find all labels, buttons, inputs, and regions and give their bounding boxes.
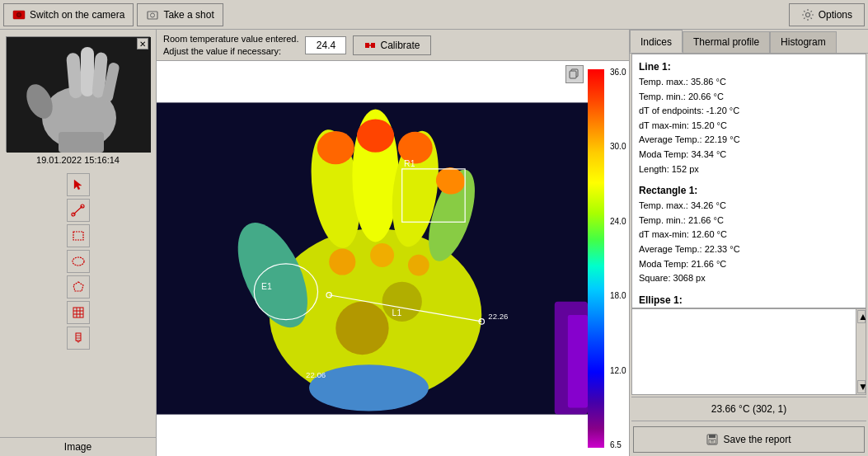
arrow-icon: [71, 177, 86, 192]
calibrate-icon: [364, 39, 377, 52]
tool-row-3: [67, 224, 90, 247]
color-scale: 36.0 30.0 24.0 18.0 12.0 6.5: [588, 61, 629, 456]
preview-image: [7, 37, 151, 153]
svg-point-43: [370, 243, 394, 267]
svg-rect-17: [73, 232, 83, 240]
calibration-bar: Room temperature value entered. Adjust t…: [157, 30, 629, 61]
gear-icon: [801, 8, 814, 21]
rect1-section: Rectangle 1: Temp. max.: 34.26 °C Temp. …: [639, 185, 859, 286]
svg-point-18: [73, 257, 84, 266]
preview-close-button[interactable]: ✕: [137, 38, 148, 49]
brush-tool[interactable]: [67, 327, 90, 350]
rect-tool[interactable]: [67, 224, 90, 247]
copy-icon[interactable]: [565, 65, 584, 83]
polygon-tool[interactable]: [67, 275, 90, 299]
ellipse1-title: Ellipse 1:: [639, 294, 859, 306]
svg-text:R1: R1: [404, 159, 415, 168]
ellipse-tool[interactable]: [67, 250, 90, 273]
rect-icon: [71, 228, 86, 243]
calibration-text: Room temperature value entered. Adjust t…: [163, 33, 298, 57]
svg-rect-13: [59, 132, 104, 153]
right-panel: Indices Thermal profile Histogram Line 1…: [629, 30, 868, 456]
svg-rect-3: [148, 12, 157, 19]
svg-rect-61: [570, 71, 576, 78]
line-tool[interactable]: [67, 199, 90, 222]
options-button[interactable]: Options: [789, 3, 865, 26]
toolbar: Switch on the camera Take a shot Options: [0, 0, 868, 30]
svg-point-4: [151, 13, 155, 17]
color-bar: [588, 69, 604, 448]
line1-temp-min: Temp. min.: 20.66 °C: [639, 90, 859, 105]
scroll-down[interactable]: ▼: [857, 380, 866, 393]
arrow-tool[interactable]: [67, 173, 90, 196]
tool-row-2: [67, 199, 90, 222]
rect1-title: Rectangle 1:: [639, 185, 859, 196]
line1-dt-endpoints: dT of endpoints: -1.20 °C: [639, 104, 859, 119]
svg-rect-24: [73, 308, 83, 317]
svg-text:22.06: 22.06: [306, 370, 326, 379]
polygon-icon: [71, 280, 86, 294]
timestamp: 19.01.2022 15:16:14: [0, 155, 156, 165]
scale-label-1: 30.0: [610, 142, 627, 151]
tool-row-6: [67, 301, 90, 324]
scale-label-3: 18.0: [610, 291, 627, 300]
tab-indices[interactable]: Indices: [630, 30, 683, 53]
line1-avg-temp: Average Temp.: 22.19 °C: [639, 133, 859, 148]
ellipse1-section: Ellipse 1: Temp. max.: 35.06 °C: [639, 294, 859, 308]
tab-histogram[interactable]: Histogram: [770, 31, 837, 53]
svg-point-39: [357, 120, 394, 153]
thermal-image: L1 22.26 22.06 R1 E1: [157, 61, 588, 456]
indices-content: Line 1: Temp. max.: 35.86 °C Temp. min.:…: [631, 54, 866, 308]
line1-title: Line 1:: [639, 61, 859, 73]
scroll-up[interactable]: ▲: [857, 310, 866, 323]
svg-point-40: [398, 132, 433, 164]
svg-text:22.26: 22.26: [488, 312, 508, 321]
rect1-avg-temp: Average Temp.: 22.33 °C: [639, 242, 859, 257]
scale-label-5: 6.5: [610, 440, 627, 449]
image-label: Image: [0, 437, 156, 456]
preview-area: ✕: [6, 36, 150, 152]
line1-moda-temp: Moda Temp: 34.34 °C: [639, 148, 859, 162]
tab-thermal-profile[interactable]: Thermal profile: [683, 31, 770, 53]
rect1-moda-temp: Moda Temp: 21.66 °C: [639, 257, 859, 272]
tool-row-4: [67, 250, 90, 273]
status-bar: 23.66 °C (302, 1): [631, 397, 866, 421]
svg-text:E1: E1: [261, 282, 272, 291]
svg-rect-28: [365, 43, 369, 48]
secondary-panel: ▲ ▼: [631, 308, 866, 395]
svg-point-47: [382, 282, 422, 322]
svg-rect-64: [709, 440, 716, 444]
svg-point-42: [329, 248, 355, 275]
camera-button[interactable]: Switch on the camera: [3, 3, 134, 26]
svg-rect-29: [371, 43, 375, 48]
svg-marker-19: [73, 282, 83, 291]
main-content: ✕: [0, 30, 868, 456]
line1-section: Line 1: Temp. max.: 35.86 °C Temp. min.:…: [639, 61, 859, 176]
scale-label-0: 36.0: [610, 68, 627, 77]
svg-point-44: [408, 255, 429, 276]
calibrate-button[interactable]: Calibrate: [353, 35, 430, 55]
svg-point-5: [805, 12, 809, 16]
grid-icon: [71, 305, 86, 320]
svg-text:L1: L1: [392, 309, 402, 318]
tool-row-5: [67, 275, 90, 299]
tool-row-7: [67, 327, 90, 350]
ellipse-icon: [71, 254, 86, 269]
center-panel: Room temperature value entered. Adjust t…: [157, 30, 629, 456]
rect1-temp-max: Temp. max.: 34.26 °C: [639, 199, 859, 214]
svg-rect-25: [76, 333, 81, 341]
svg-point-2: [17, 13, 21, 16]
save-icon: [706, 434, 718, 445]
thermal-view: L1 22.26 22.06 R1 E1: [157, 61, 629, 456]
save-report-button[interactable]: Save the report: [633, 426, 865, 453]
rect1-temp-min: Temp. min.: 21.66 °C: [639, 214, 859, 228]
line1-dt-maxmin: dT max-min: 15.20 °C: [639, 119, 859, 134]
svg-line-16: [73, 206, 82, 214]
line1-length: Length: 152 px: [639, 162, 859, 177]
svg-point-46: [335, 302, 388, 355]
scale-label-4: 12.0: [610, 366, 627, 375]
rect1-square: Square: 3068 px: [639, 271, 859, 286]
grid-tool[interactable]: [67, 301, 90, 324]
temperature-input[interactable]: [305, 36, 346, 54]
take-shot-button[interactable]: Take a shot: [137, 3, 223, 26]
